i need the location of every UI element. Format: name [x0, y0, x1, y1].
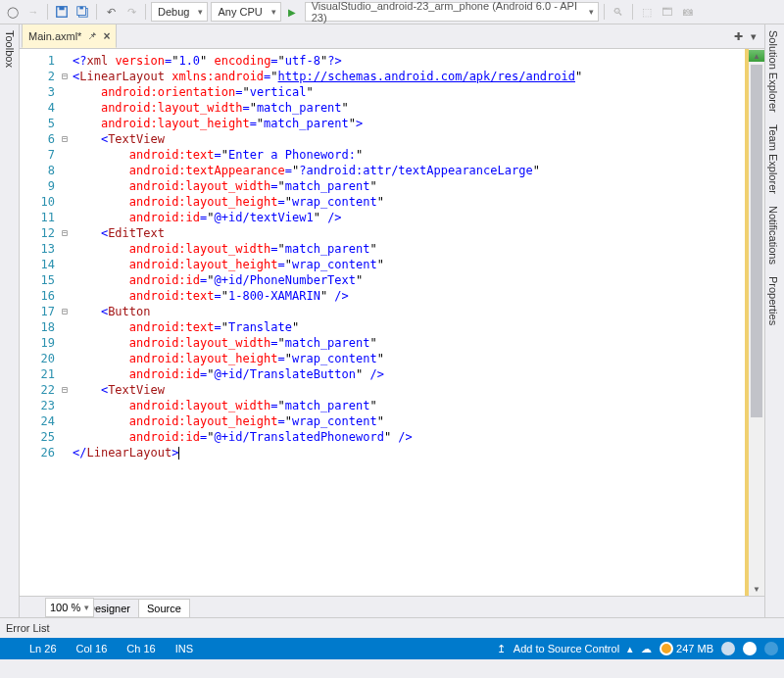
tab-properties[interactable]: Properties	[765, 270, 784, 331]
layout-icon-2[interactable]: 🗔︎	[659, 3, 676, 21]
status-ins: INS	[166, 643, 203, 654]
save-icon[interactable]	[53, 3, 71, 21]
source-control-upload-icon[interactable]: ↥	[497, 643, 506, 655]
error-list-bar[interactable]: Error List	[0, 617, 784, 638]
tab-solution-explorer[interactable]: Solution Explorer	[765, 24, 784, 119]
editor-bottom-strip: 100 % Designer Source	[20, 596, 764, 617]
line-gutter: 1234567891011121314151617181920212223242…	[20, 49, 59, 596]
status-ch: Ch 16	[117, 643, 165, 654]
scroll-up-icon[interactable]: ▲	[749, 49, 764, 63]
right-sidebar: Solution Explorer Team Explorer Notifica…	[764, 24, 784, 617]
status-col: Col 16	[67, 643, 118, 654]
split-icon[interactable]: ✚	[731, 29, 745, 43]
feedback-cloud-icon[interactable]: ☁	[641, 643, 652, 655]
platform-select[interactable]: Any CPU	[211, 2, 280, 22]
code-area: 1234567891011121314151617181920212223242…	[20, 49, 764, 596]
editor-pane: Main.axml* 📌︎ × ✚ ▾ 12345678910111213141…	[20, 24, 764, 617]
close-icon[interactable]: ×	[103, 29, 110, 43]
tab-source[interactable]: Source	[138, 599, 190, 617]
vertical-scrollbar[interactable]: ▲ ▼	[749, 49, 764, 596]
status-dot-3[interactable]	[764, 642, 778, 655]
add-source-control[interactable]: Add to Source Control	[514, 643, 619, 654]
file-tab-label: Main.axml*	[28, 30, 81, 42]
file-tab-strip: Main.axml* 📌︎ × ✚ ▾	[20, 24, 764, 49]
zoom-select[interactable]: 100 %	[45, 598, 94, 617]
status-bar: Ln 26 Col 16 Ch 16 INS ↥ Add to Source C…	[0, 638, 784, 659]
config-select[interactable]: Debug	[151, 2, 208, 22]
save-all-icon[interactable]	[74, 3, 91, 21]
tab-team-explorer[interactable]: Team Explorer	[765, 119, 784, 200]
design-source-tabs: Designer Source	[20, 596, 764, 617]
code-body[interactable]: <?xml version="1.0" encoding="utf-8"?><L…	[71, 49, 749, 596]
svg-rect-4	[79, 7, 83, 10]
layout-icon-3[interactable]: 📷︎	[679, 3, 697, 21]
fold-column[interactable]: ⊟⊟⊟⊟⊟	[59, 49, 71, 596]
scroll-down-icon[interactable]: ▼	[749, 582, 764, 596]
file-tab-main[interactable]: Main.axml* 📌︎ ×	[22, 24, 117, 48]
undo-icon[interactable]: ↶	[102, 3, 120, 21]
dropdown-icon[interactable]: ▾	[747, 29, 760, 43]
layout-icon-1[interactable]: ⬚	[638, 3, 656, 21]
chevron-up-icon[interactable]: ▴	[627, 643, 633, 655]
top-toolbar: ◯ → ↶ ↷ Debug Any CPU ▶ VisualStudio_and…	[0, 0, 784, 24]
svg-rect-1	[59, 7, 64, 11]
run-button[interactable]: ▶	[284, 3, 302, 21]
redo-icon[interactable]: ↷	[122, 3, 140, 21]
mem-dot-icon	[660, 642, 673, 655]
find-icon[interactable]: 🔍︎	[610, 3, 627, 21]
status-ln: Ln 26	[20, 643, 67, 654]
mem-indicator: 247 MB	[660, 642, 713, 655]
status-dot-2[interactable]	[743, 642, 757, 655]
main-area: Toolbox Main.axml* 📌︎ × ✚ ▾ 123456789101…	[0, 24, 784, 617]
tab-strip-right: ✚ ▾	[731, 24, 764, 48]
nav-back-icon[interactable]: ◯	[4, 3, 22, 21]
target-select[interactable]: VisualStudio_android-23_arm_phone (Andro…	[305, 2, 599, 22]
status-dot-1[interactable]	[721, 642, 735, 655]
nav-fwd-icon[interactable]: →	[24, 3, 42, 21]
pin-icon[interactable]: 📌︎	[87, 30, 97, 41]
toolbox-tab[interactable]: Toolbox	[0, 24, 20, 617]
scroll-thumb[interactable]	[751, 65, 762, 417]
tab-notifications[interactable]: Notifications	[765, 200, 784, 270]
